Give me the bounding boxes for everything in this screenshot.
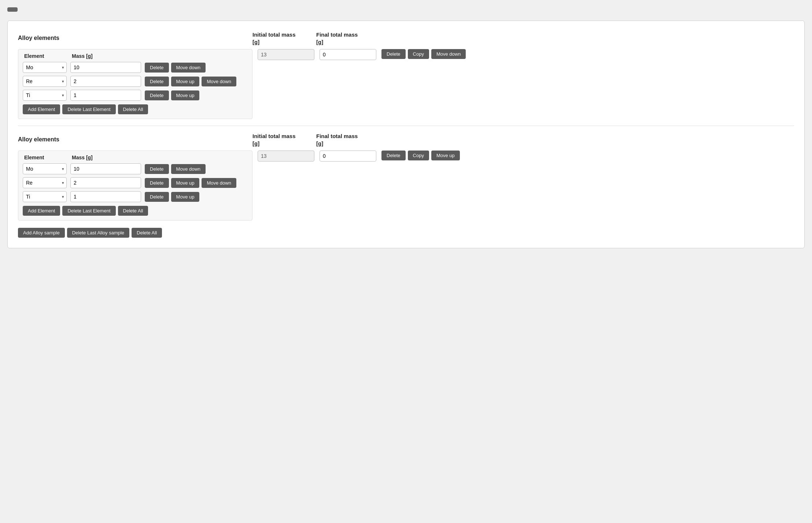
element-select-wrapper: Ti▾ <box>23 191 67 202</box>
delete-last-alloy-sample-button[interactable]: Delete Last Alloy sample <box>67 228 129 238</box>
delete-button[interactable]: Delete <box>145 164 169 174</box>
initial-mass-header: Initial total mass[g] <box>252 31 311 45</box>
elements-section: ElementMass [g]Mo▾DeleteMove downRe▾Dele… <box>18 151 252 220</box>
delete-sample-button-1[interactable]: Delete <box>381 49 406 59</box>
mass-inputs-area: DeleteCopyMove up <box>258 151 460 162</box>
element-row-buttons: DeleteMove down <box>145 164 206 174</box>
delete-all-button[interactable]: Delete All <box>118 104 148 114</box>
col-header-element: Element <box>24 53 72 59</box>
sample-block-1: Alloy elementsInitial total mass[g]Final… <box>18 31 794 126</box>
collapse-button[interactable] <box>7 7 18 12</box>
delete-last-element-button[interactable]: Delete Last Element <box>62 206 115 216</box>
move-down-button[interactable]: Move down <box>171 164 206 174</box>
element-select-1-3[interactable]: Ti <box>23 90 67 101</box>
delete-all-button[interactable]: Delete All <box>132 228 162 238</box>
alloy-header-row: Alloy elementsInitial total mass[g]Final… <box>18 31 794 45</box>
element-row-buttons: DeleteMove up <box>145 90 199 100</box>
delete-sample-button-2[interactable]: Delete <box>381 151 406 160</box>
col-header-mass: Mass [g] <box>72 155 246 160</box>
element-row-buttons: DeleteMove up <box>145 192 199 202</box>
delete-all-button[interactable]: Delete All <box>118 206 148 216</box>
final-mass-header: Final total mass[g] <box>316 133 375 147</box>
element-col-headers: ElementMass [g] <box>23 155 248 160</box>
element-row-buttons: DeleteMove upMove down <box>145 77 236 86</box>
element-actions: Add ElementDelete Last ElementDelete All <box>23 206 248 216</box>
move-up-button[interactable]: Move up <box>171 178 200 188</box>
add-element-button[interactable]: Add Element <box>23 206 60 216</box>
sample-row-buttons: DeleteCopyMove up <box>381 151 460 160</box>
elements-section: ElementMass [g]Mo▾DeleteMove downRe▾Dele… <box>18 49 252 119</box>
element-select-2-1[interactable]: Mo <box>23 163 67 174</box>
element-row: Mo▾DeleteMove down <box>23 62 248 73</box>
move-down-button[interactable]: Move down <box>202 178 236 188</box>
mass-input-2-2[interactable] <box>70 177 141 188</box>
mass-inputs-area: DeleteCopyMove down <box>258 49 466 60</box>
page-header <box>7 7 805 12</box>
mass-input-1-2[interactable] <box>70 76 141 87</box>
samples-container: Alloy elementsInitial total mass[g]Final… <box>18 31 794 220</box>
element-select-wrapper: Mo▾ <box>23 163 67 174</box>
mass-input-2-3[interactable] <box>70 191 141 202</box>
delete-button[interactable]: Delete <box>145 178 169 188</box>
element-select-2-3[interactable]: Ti <box>23 191 67 202</box>
move-up-button[interactable]: Move up <box>171 90 200 100</box>
initial-mass-input-1[interactable] <box>258 49 314 60</box>
element-actions: Add ElementDelete Last ElementDelete All <box>23 104 248 114</box>
element-row: Ti▾DeleteMove up <box>23 90 248 101</box>
element-row: Re▾DeleteMove upMove down <box>23 76 248 87</box>
mass-input-1-3[interactable] <box>70 90 141 101</box>
move-down-button[interactable]: Move down <box>202 77 236 86</box>
element-select-2-2[interactable]: Re <box>23 177 67 188</box>
global-actions: Add Alloy sampleDelete Last Alloy sample… <box>18 228 794 238</box>
element-select-wrapper: Ti▾ <box>23 90 67 101</box>
delete-button[interactable]: Delete <box>145 77 169 86</box>
mass-input-1-1[interactable] <box>70 62 141 73</box>
move-up-button[interactable]: Move up <box>171 192 200 202</box>
move-down-sample-button-1[interactable]: Move down <box>431 49 466 59</box>
delete-last-element-button[interactable]: Delete Last Element <box>62 104 115 114</box>
delete-button[interactable]: Delete <box>145 90 169 100</box>
mass-input-2-1[interactable] <box>70 163 141 174</box>
element-select-1-1[interactable]: Mo <box>23 62 67 73</box>
element-row: Mo▾DeleteMove down <box>23 163 248 174</box>
element-row-buttons: DeleteMove upMove down <box>145 178 236 188</box>
delete-button[interactable]: Delete <box>145 192 169 202</box>
element-col-headers: ElementMass [g] <box>23 53 248 59</box>
copy-sample-button-2[interactable]: Copy <box>408 151 429 160</box>
alloy-header-row: Alloy elementsInitial total mass[g]Final… <box>18 133 794 147</box>
add-element-button[interactable]: Add Element <box>23 104 60 114</box>
element-select-wrapper: Mo▾ <box>23 62 67 73</box>
delete-button[interactable]: Delete <box>145 63 169 73</box>
copy-sample-button-1[interactable]: Copy <box>408 49 429 59</box>
alloy-elements-label: Alloy elements <box>18 31 252 41</box>
col-header-element: Element <box>24 155 72 160</box>
initial-mass-header: Initial total mass[g] <box>252 133 311 147</box>
sample-block-2: Alloy elementsInitial total mass[g]Final… <box>18 133 794 220</box>
col-header-mass: Mass [g] <box>72 53 246 59</box>
element-row-buttons: DeleteMove down <box>145 63 206 73</box>
outer-card: Alloy elementsInitial total mass[g]Final… <box>7 21 805 248</box>
final-mass-header: Final total mass[g] <box>316 31 375 45</box>
element-select-wrapper: Re▾ <box>23 76 67 87</box>
add-alloy-sample-button[interactable]: Add Alloy sample <box>18 228 65 238</box>
alloy-elements-label: Alloy elements <box>18 133 252 143</box>
move-down-button[interactable]: Move down <box>171 63 206 73</box>
final-mass-input-2[interactable] <box>320 151 376 162</box>
final-mass-input-1[interactable] <box>320 49 376 60</box>
move-up-button[interactable]: Move up <box>171 77 200 86</box>
element-select-1-2[interactable]: Re <box>23 76 67 87</box>
element-row: Ti▾DeleteMove up <box>23 191 248 202</box>
alloy-table-row: ElementMass [g]Mo▾DeleteMove downRe▾Dele… <box>18 49 794 119</box>
move-up-sample-button-2[interactable]: Move up <box>431 151 460 160</box>
initial-mass-input-2[interactable] <box>258 151 314 162</box>
alloy-table-row: ElementMass [g]Mo▾DeleteMove downRe▾Dele… <box>18 151 794 220</box>
element-select-wrapper: Re▾ <box>23 177 67 188</box>
element-row: Re▾DeleteMove upMove down <box>23 177 248 188</box>
sample-row-buttons: DeleteCopyMove down <box>381 49 466 59</box>
